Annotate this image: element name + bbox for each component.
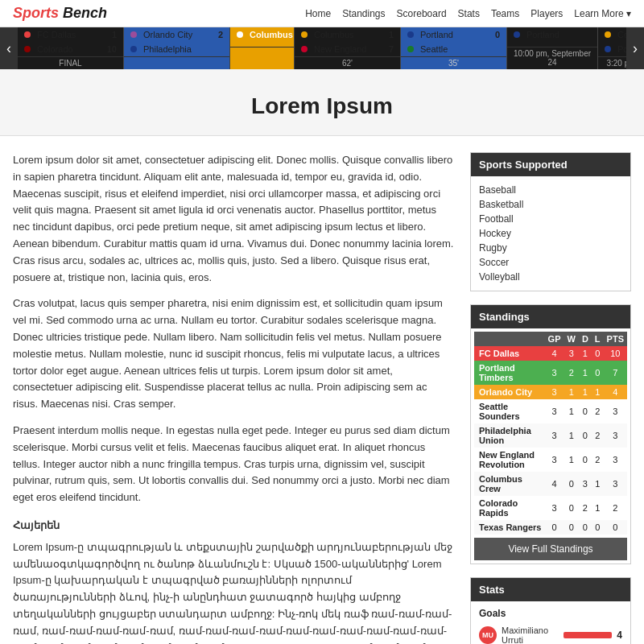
nav-learn-more[interactable]: Learn More ▾ [574,8,631,19]
list-item: MU Maximiliano Urruti 4 [479,622,622,644]
nav-scoreboard[interactable]: Scoreboard [397,8,447,19]
gp-cell: 3 [545,399,564,423]
ticker-scores: FC Dallas 1 Colorado 10 FINAL Orlando Ci… [18,27,626,69]
body-para-2: Cras volutpat, lacus quis semper pharetr… [13,295,454,413]
list-item: Basketball [479,197,622,212]
game-line-3a: Columbus [230,27,294,42]
table-row: Columbus Crew 4 0 3 1 3 [474,472,627,496]
game-line-5b: Seattle [401,42,506,56]
table-row: Orlando City 3 1 1 1 4 [474,385,627,399]
nav-teams[interactable]: Teams [491,8,519,19]
l-cell: 2 [592,423,604,448]
list-item: Baseball [479,183,622,197]
l-cell: 2 [592,448,604,472]
pts-cell: 3 [604,399,627,423]
team-name: New England [314,44,378,54]
pts-cell: 3 [604,472,627,496]
body-para-4: Lorem Ipsum-ը տպագրության և տեքստային շա… [13,539,454,644]
page-hero: Lorem Ipsum [0,69,644,136]
stats-bar-wrap [564,632,612,638]
score-group-6: Portland 10:00 pm, September 24 [507,27,598,69]
page-title: Lorem Ipsum [0,93,644,119]
game-line-6a: Portland [507,27,597,42]
table-row: New England Revolution 3 1 0 2 3 [474,448,627,472]
nav-stats[interactable]: Stats [458,8,480,19]
content-right: Sports Supported Baseball Basketball Foo… [470,152,631,644]
team-name: Colorado [37,44,101,54]
table-row: Seattle Sounders 3 1 0 2 3 [474,399,627,423]
d-cell: 2 [579,496,592,520]
team-name-cell: FC Dallas [474,346,545,361]
l-cell: 0 [592,361,604,385]
team-score: 2 [212,30,223,39]
team-dot [237,31,243,38]
team-dot [407,31,414,38]
team-dot [24,31,31,38]
team-dot [130,31,137,38]
nav-players[interactable]: Players [530,8,563,19]
player-avatar: MU [479,626,497,644]
scoreboard-ticker: ‹ FC Dallas 1 Colorado 10 FINAL Orlando … [0,27,644,69]
d-cell: 0 [579,520,592,535]
content-left: Lorem ipsum dolor sit amet, consectetuer… [13,152,454,644]
team-name-cell: Portland Timbers [474,361,545,385]
stats-widget-title: Stats [471,578,630,601]
col-l: L [592,332,604,346]
d-cell: 1 [579,346,592,361]
main-nav: Home Standings Scoreboard Stats Teams Pl… [305,8,631,19]
logo-bench: Bench [59,5,107,21]
l-cell: 0 [592,520,604,535]
game-status: 62' [295,56,400,69]
score-group-7: Columbus Portland 3:20 pm, October 16 [598,27,626,69]
col-w: W [564,332,579,346]
pts-cell: 3 [604,423,627,448]
team-dot [514,31,520,38]
team-name: Columbus [617,30,626,39]
team-dot [130,46,137,52]
team-name: Portland [617,44,626,54]
nav-standings[interactable]: Standings [342,8,385,19]
stats-section-label: Goals [479,608,622,619]
player-name: Maximiliano Urruti [502,625,559,644]
team-score: 1 [382,30,394,39]
table-row: FC Dallas 4 3 1 0 10 [474,346,627,361]
ticker-prev-button[interactable]: ‹ [0,27,18,69]
team-dot [301,46,308,52]
l-cell: 2 [592,399,604,423]
game-line-7b: Portland [598,42,626,56]
w-cell: 1 [564,385,579,399]
pts-cell: 4 [604,385,627,399]
table-row: Colorado Rapids 3 0 2 1 2 [474,496,627,520]
pts-cell: 7 [604,361,627,385]
pts-cell: 10 [604,346,627,361]
view-standings-button[interactable]: View Full Standings [474,538,627,560]
col-team [474,332,545,346]
game-line-1a: FC Dallas 1 [18,27,123,42]
w-cell: 0 [564,520,579,535]
game-line-1b: Colorado 10 [18,42,123,56]
team-dot [605,46,611,52]
team-score: 7 [382,44,394,54]
d-cell: 0 [579,423,592,448]
gp-cell: 3 [545,361,564,385]
l-cell: 0 [592,346,604,361]
ticker-next-button[interactable]: › [626,27,644,69]
team-name-cell: Seattle Sounders [474,399,545,423]
list-item: Rugby [479,241,622,255]
logo-sports: Sports [13,5,59,21]
team-name-cell: Columbus Crew [474,472,545,496]
team-score: 1 [105,30,117,39]
w-cell: 2 [564,361,579,385]
nav-home[interactable]: Home [305,8,331,19]
d-cell: 3 [579,472,592,496]
team-dot [407,46,414,52]
game-line-4a: Columbus 1 [295,27,400,42]
d-cell: 0 [579,399,592,423]
l-cell: 1 [592,385,604,399]
player-score: 4 [617,630,622,641]
team-name-cell: Colorado Rapids [474,496,545,520]
site-header: Sports Bench Home Standings Scoreboard S… [0,0,644,27]
game-line-5a: Portland 0 [401,27,506,42]
main-content: Lorem ipsum dolor sit amet, consectetuer… [0,136,644,644]
l-cell: 1 [592,496,604,520]
